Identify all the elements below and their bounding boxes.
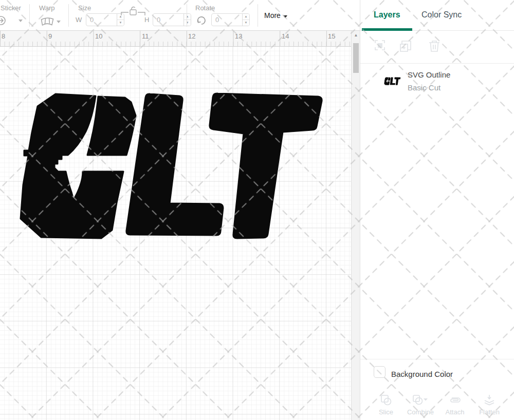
flatten-icon (473, 393, 506, 407)
ruler-number: 11 (142, 32, 149, 40)
tab-layers[interactable]: Layers (374, 10, 400, 20)
ruler-number: 9 (48, 32, 52, 40)
slice-icon (370, 393, 402, 407)
flatten-label: Flatten (473, 408, 506, 416)
toolbar-divider (258, 4, 258, 27)
height-step-up[interactable]: ▲ (184, 14, 191, 20)
contour-button[interactable]: C (507, 393, 514, 416)
clt-logo-graphic[interactable] (0, 47, 351, 420)
horizontal-ruler: 8 9 10 11 12 13 14 15 (0, 31, 351, 47)
rotate-step-up[interactable]: ▲ (243, 14, 249, 20)
background-color-swatch[interactable] (374, 366, 386, 378)
height-step-down[interactable]: ▼ (184, 20, 191, 26)
toolbar-divider (187, 4, 187, 27)
ruler-number: 14 (282, 32, 289, 40)
lock-aspect-icon[interactable] (120, 6, 146, 16)
warp-icon[interactable] (40, 17, 54, 27)
ruler-number: 15 (328, 32, 335, 40)
warp-dropdown-caret[interactable] (57, 21, 61, 23)
scrollbar-thumb[interactable] (353, 43, 359, 73)
scroll-up-arrow[interactable]: ▲ (352, 33, 360, 37)
contour-label: C (507, 408, 514, 416)
combine-icon (404, 393, 437, 407)
contour-icon (507, 393, 514, 407)
attach-icon (438, 393, 471, 407)
panel-tabs: Layers Color Sync (360, 0, 514, 31)
layer-thumbnail (384, 77, 401, 86)
group-layers-icon[interactable] (374, 40, 388, 53)
background-color-row[interactable]: Background Color (360, 359, 514, 390)
combine-label: Combine (404, 408, 437, 416)
toolbar-divider (68, 4, 69, 27)
toolbar-divider (29, 4, 30, 27)
delete-layer-icon[interactable] (428, 40, 441, 53)
tab-color-sync[interactable]: Color Sync (421, 10, 462, 20)
background-color-label: Background Color (391, 370, 453, 378)
width-step-down[interactable]: ▼ (117, 20, 124, 26)
layer-title: SVG Outline (408, 70, 450, 79)
rotate-input-group: ▲ ▼ (211, 13, 250, 26)
height-input-group: ▲ ▼ (153, 13, 191, 26)
layers-panel: Layers Color Sync (360, 0, 514, 420)
height-input[interactable] (153, 14, 183, 26)
flatten-button[interactable]: Flatten (473, 393, 506, 416)
rotate-input[interactable] (212, 14, 242, 26)
layer-actions-bar: Slice Combine Attach (360, 389, 514, 420)
rotate-group-label: Rotate (195, 4, 215, 12)
ruler-number: 10 (95, 32, 102, 40)
width-field-label: W (76, 16, 82, 24)
sticker-icon[interactable] (0, 15, 8, 26)
rotate-step-down[interactable]: ▼ (243, 20, 249, 26)
width-input[interactable] (86, 14, 117, 26)
more-button[interactable]: More (264, 11, 287, 20)
more-caret-icon (283, 15, 287, 18)
slice-button[interactable]: Slice (370, 393, 402, 416)
layer-list-item[interactable]: SVG Outline Basic Cut (360, 67, 514, 98)
attach-label: Attach (438, 408, 471, 416)
rotate-stepper: ▲ ▼ (242, 14, 249, 26)
sticker-group-label: Sticker (1, 4, 21, 12)
more-label: More (264, 11, 281, 20)
ruler-number: 8 (2, 32, 5, 40)
edit-toolbar: Sticker Warp Size W ▲ ▼ H ▲ ▼ (0, 0, 360, 31)
attach-button[interactable]: Attach (438, 393, 471, 416)
height-field-label: H (144, 16, 149, 24)
warp-group-label: Warp (39, 4, 55, 12)
slice-label: Slice (370, 408, 402, 416)
height-stepper: ▲ ▼ (183, 14, 191, 26)
combine-button[interactable]: Combine (404, 393, 437, 416)
ruler-number: 13 (235, 32, 242, 40)
ruler-ticks (0, 31, 351, 46)
design-canvas[interactable] (0, 47, 351, 420)
rotate-icon[interactable] (196, 15, 207, 26)
add-layer-icon[interactable] (399, 40, 412, 53)
sticker-dropdown-caret[interactable] (19, 20, 23, 22)
ruler-number: 12 (188, 32, 195, 40)
width-input-group: ▲ ▼ (86, 13, 124, 26)
layer-linetype: Basic Cut (408, 83, 440, 92)
canvas-vertical-scrollbar[interactable]: ▲ (351, 31, 360, 420)
size-group-label: Size (78, 4, 91, 12)
layer-tools-row (360, 31, 514, 64)
